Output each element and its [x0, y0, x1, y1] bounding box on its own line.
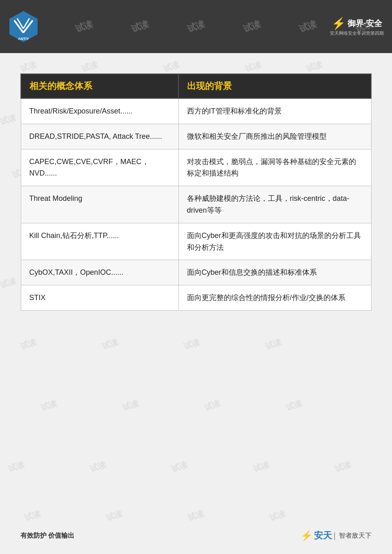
- body-watermark-36: 试读: [334, 459, 353, 475]
- body-watermark-25: 试读: [101, 336, 120, 352]
- table-cell-right: 面向更完整的综合性的情报分析/作业/交换的体系: [178, 285, 371, 311]
- body-watermark-24: 试读: [19, 336, 38, 352]
- table-row: CybOX,TAXII，OpenIOC......面向Cyber和信息交换的描述…: [21, 260, 371, 285]
- svg-text:ANTIY: ANTIY: [18, 37, 29, 41]
- concept-table: 相关的概念体系 出现的背景 Threat/Risk/Exposure/Asset…: [20, 73, 372, 311]
- main-content: 相关的概念体系 出现的背景 Threat/Risk/Exposure/Asset…: [0, 53, 392, 323]
- table-cell-right: 对攻击模式，脆弱点，漏洞等各种基础的安全元素的标定和描述结构: [178, 149, 371, 186]
- company-name: 御界·安全: [347, 18, 383, 29]
- body-watermark-40: 试读: [268, 508, 287, 524]
- body-watermark-34: 试读: [170, 459, 189, 475]
- col2-header: 出现的背景: [178, 74, 371, 98]
- table-cell-left: Threat Modeling: [21, 186, 178, 223]
- body-watermark-31: 试读: [285, 398, 304, 414]
- footer-logo-text: 安天: [314, 530, 332, 542]
- footer-tagline: 有效防护 价值输出: [20, 532, 74, 540]
- body-watermark-37: 试读: [23, 508, 42, 524]
- watermark-6: 试读: [297, 18, 318, 35]
- body-watermark-35: 试读: [252, 459, 271, 475]
- table-cell-left: Kill Chain,钻石分析,TTP......: [21, 223, 178, 260]
- page-header: 试读 试读 试读 试读 试读 试读 试读 ANTIY ⚡ 御界·安全: [0, 0, 392, 53]
- table-row: CAPEC,CWE,CVE,CVRF，MAEC，NVD......对攻击模式，脆…: [21, 149, 371, 186]
- footer-logo: ⚡ 安天 | 智者敌天下: [301, 530, 372, 542]
- table-cell-left: DREAD,STRIDE,PASTA, Attack Tree......: [21, 124, 178, 149]
- table-row: Threat/Risk/Exposure/Asset......西方的IT管理和…: [21, 98, 371, 124]
- header-subtitle: 安天网络安全冬训营第四期: [330, 30, 384, 36]
- table-row: Threat Modeling各种威胁建模的方法论，工具，risk-centri…: [21, 186, 371, 223]
- page-footer: 有效防护 价值输出 ⚡ 安天 | 智者敌天下: [0, 530, 392, 542]
- watermark-2: 试读: [74, 18, 95, 35]
- body-watermark-32: 试读: [7, 459, 26, 475]
- table-cell-left: CybOX,TAXII，OpenIOC......: [21, 260, 178, 285]
- table-cell-right: 微软和相关安全厂商所推出的风险管理模型: [178, 124, 371, 149]
- table-cell-right: 西方的IT管理和标准化的背景: [178, 98, 371, 124]
- body-watermark-33: 试读: [89, 459, 108, 475]
- table-cell-right: 面向Cyber和更高强度的攻击和对抗的场景的分析工具和分析方法: [178, 223, 371, 260]
- table-cell-right: 各种威胁建模的方法论，工具，risk-centric，data-driven等等: [178, 186, 371, 223]
- body-watermark-26: 试读: [183, 336, 202, 352]
- body-watermark-29: 试读: [121, 398, 140, 414]
- watermark-3: 试读: [129, 18, 151, 35]
- table-cell-right: 面向Cyber和信息交换的描述和标准体系: [178, 260, 371, 285]
- lightning-icon: ⚡: [301, 530, 313, 541]
- body-watermark-30: 试读: [203, 398, 222, 414]
- table-row: DREAD,STRIDE,PASTA, Attack Tree......微软和…: [21, 124, 371, 149]
- body-watermark-27: 试读: [264, 336, 283, 352]
- antiy-logo: ANTIY: [8, 10, 39, 43]
- watermark-4: 试读: [185, 18, 207, 35]
- table-cell-left: STIX: [21, 285, 178, 311]
- header-right-logo: ⚡ 御界·安全 安天网络安全冬训营第四期: [330, 17, 384, 36]
- col1-header: 相关的概念体系: [21, 74, 178, 98]
- body-watermark-38: 试读: [105, 508, 124, 524]
- watermark-5: 试读: [241, 18, 263, 35]
- logo-area: ANTIY: [8, 10, 39, 43]
- table-cell-left: Threat/Risk/Exposure/Asset......: [21, 98, 178, 124]
- table-row: Kill Chain,钻石分析,TTP......面向Cyber和更高强度的攻击…: [21, 223, 371, 260]
- body-watermark-28: 试读: [40, 398, 59, 414]
- table-row: STIX面向更完整的综合性的情报分析/作业/交换的体系: [21, 285, 371, 311]
- footer-logo-sub: 智者敌天下: [339, 532, 372, 540]
- body-watermark-39: 试读: [187, 508, 206, 524]
- table-cell-left: CAPEC,CWE,CVE,CVRF，MAEC，NVD......: [21, 149, 178, 186]
